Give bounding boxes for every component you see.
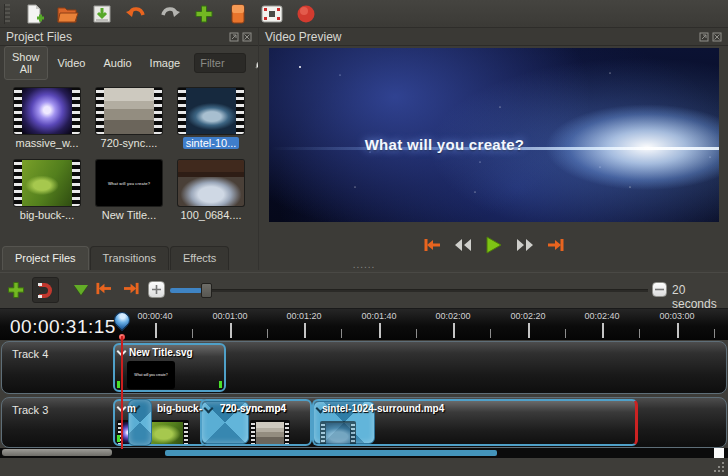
tab-transitions[interactable]: Transitions (90, 246, 169, 270)
clip-label: 720-sync.mp4 (220, 403, 286, 414)
timeline-ruler[interactable]: 00:00:31:15 00:00:40 00:01:00 00:01:20 0… (0, 308, 728, 340)
file-name: 100_0684.... (177, 209, 244, 221)
ruler-label: 00:03:00 (659, 311, 694, 321)
ruler-label: 00:02:20 (510, 311, 545, 321)
file-item-newtitle[interactable]: What will you create? New Title... (88, 160, 170, 230)
filter-video-button[interactable]: Video (50, 52, 94, 74)
clip-resize-grip[interactable] (117, 435, 120, 442)
track-3-row[interactable]: Track 3 m big-buck- 720-sync.mp4 720-syn… (1, 397, 727, 448)
save-project-icon[interactable] (90, 3, 114, 25)
file-name-selected: sintel-10... (183, 137, 240, 149)
ruler-label: 00:01:00 (212, 311, 247, 321)
openshot-window: Project Files Show All Video Audio Image… (0, 0, 728, 476)
next-marker-icon[interactable] (122, 281, 141, 300)
clip-resize-grip[interactable] (219, 381, 222, 388)
playhead-line (121, 336, 123, 449)
redo-icon[interactable] (158, 3, 182, 25)
zoom-scale-label: 20 seconds (672, 283, 728, 311)
file-thumbnail (178, 88, 244, 134)
clip-label: big-buck- (157, 403, 202, 414)
ruler-label: 00:01:20 (286, 311, 321, 321)
center-playhead-icon[interactable] (148, 281, 165, 298)
rewind-icon[interactable] (452, 236, 474, 254)
preview-stars (299, 66, 301, 68)
filter-show-all-button[interactable]: Show All (4, 46, 48, 80)
track-4-row[interactable]: Track 4 New Title.svg What will you crea… (1, 341, 727, 394)
add-marker-icon[interactable] (74, 285, 88, 295)
file-item-sintel[interactable]: sintel-10... (170, 88, 252, 158)
clip-sintel[interactable]: sintel-1024-surround.mp4 (312, 399, 638, 446)
close-panel-icon[interactable] (242, 32, 252, 42)
previous-marker-icon[interactable] (94, 281, 113, 300)
snapping-toggle[interactable] (32, 277, 59, 303)
panel-splitter-handle[interactable]: ...... (353, 262, 376, 268)
file-name: big-buck-... (17, 209, 77, 221)
filter-image-button[interactable]: Image (142, 52, 189, 74)
clip-new-title[interactable]: New Title.svg What will you create? (113, 343, 226, 392)
horizontal-scrollbar-thumb[interactable] (2, 449, 112, 456)
playback-controls (259, 234, 728, 256)
track-4-name: Track 4 (12, 348, 48, 360)
video-preview-title: Video Preview (265, 30, 342, 44)
new-project-icon[interactable] (22, 3, 46, 25)
main-toolbar (0, 0, 728, 28)
jump-end-icon[interactable] (545, 236, 567, 254)
file-item-massive[interactable]: massive_w... (6, 88, 88, 158)
track-3-name: Track 3 (12, 404, 48, 416)
fast-forward-icon[interactable] (514, 236, 536, 254)
choose-profile-icon[interactable] (226, 3, 250, 25)
clip-thumbnail (250, 420, 290, 446)
import-files-icon[interactable] (192, 3, 216, 25)
video-preview-panel: Video Preview What will you create? (258, 28, 728, 270)
undo-icon[interactable] (124, 3, 148, 25)
file-name: massive_w... (13, 137, 82, 149)
project-files-panel: Project Files Show All Video Audio Image… (0, 28, 258, 270)
clip-label: sintel-1024-surround.mp4 (322, 403, 444, 414)
file-item-720sync[interactable]: 720-sync.... (88, 88, 170, 158)
open-project-icon[interactable] (56, 3, 80, 25)
zoom-slider-track[interactable] (170, 289, 648, 292)
file-thumbnail (14, 160, 80, 206)
clip-label: New Title.svg (129, 347, 193, 358)
clip-resize-grip[interactable] (117, 381, 120, 388)
ruler-label: 00:02:00 (435, 311, 470, 321)
ruler-label: 00:02:40 (584, 311, 619, 321)
file-thumbnail (96, 88, 162, 134)
jump-start-icon[interactable] (421, 236, 443, 254)
file-name: 720-sync.... (98, 137, 161, 149)
file-filter-row: Show All Video Audio Image (4, 50, 254, 76)
clip-720sync[interactable]: 720-sync.mp4 720-sync.mp4 (200, 399, 312, 446)
float-panel-icon[interactable] (229, 32, 239, 42)
window-resize-grip[interactable] (713, 461, 725, 473)
clip-thumbnail (320, 421, 356, 446)
file-item-bigbuck[interactable]: big-buck-... (6, 160, 88, 230)
tab-project-files[interactable]: Project Files (2, 246, 89, 270)
current-timecode: 00:00:31:15 (10, 316, 116, 338)
clip-thumbnail: What will you create? (127, 361, 175, 389)
file-thumbnail (14, 88, 80, 134)
ruler-label: 00:00:40 (137, 311, 172, 321)
video-preview-frame: What will you create? (269, 48, 719, 222)
project-files-header: Project Files (0, 28, 258, 46)
add-track-icon[interactable] (7, 281, 25, 303)
file-item-1000684[interactable]: 100_0684.... (170, 160, 252, 230)
tab-effects[interactable]: Effects (170, 246, 229, 270)
project-files-title: Project Files (6, 30, 72, 44)
file-thumbnail (178, 160, 244, 206)
export-video-icon[interactable] (260, 3, 284, 25)
partial-track-clip-edge[interactable] (165, 450, 497, 456)
ruler-label: 00:01:40 (361, 311, 396, 321)
transition-chevron-icon[interactable] (204, 404, 214, 414)
clip-label: m (127, 403, 136, 414)
close-panel-icon[interactable] (712, 32, 722, 42)
toolbar-grip[interactable] (4, 4, 10, 24)
zoom-out-icon[interactable] (652, 282, 667, 297)
filter-input[interactable] (194, 53, 246, 73)
record-icon[interactable] (294, 3, 318, 25)
preview-title-text: What will you create? (269, 136, 620, 153)
zoom-slider-handle[interactable] (201, 283, 212, 298)
project-files-grid: massive_w... 720-sync.... sintel-10... b… (2, 82, 256, 248)
play-icon[interactable] (483, 236, 505, 254)
float-panel-icon[interactable] (699, 32, 709, 42)
filter-audio-button[interactable]: Audio (95, 52, 139, 74)
